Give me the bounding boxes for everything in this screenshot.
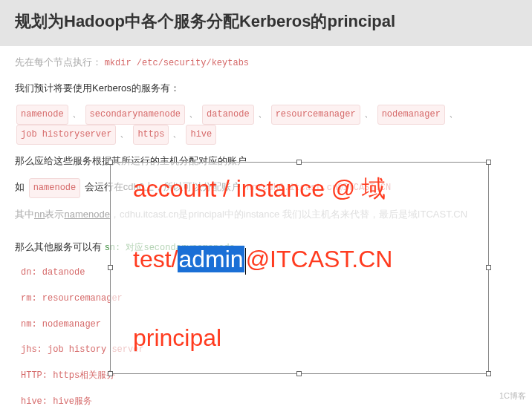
resize-handle[interactable]	[108, 371, 113, 376]
services-intro: 我们预计将要使用Kerberos的服务有：	[15, 79, 517, 98]
annotation-overlay[interactable]: account / instance @ 域 test/admin@ITCAST…	[110, 162, 489, 374]
mkdir-pre: 先在每个节点执行：	[15, 56, 102, 68]
resize-handle[interactable]	[296, 371, 302, 376]
service-tag: nodemanager	[377, 105, 445, 125]
separator: 、	[120, 128, 129, 139]
page-header: 规划为Hadoop中各个服务分配Kerberos的principal	[0, 0, 532, 46]
overlay-selection: admin	[178, 246, 244, 272]
resize-handle[interactable]	[486, 265, 491, 270]
separator: 、	[72, 108, 82, 119]
service-tag: secondarynamenode	[85, 105, 185, 125]
overlay-pre: test/	[133, 246, 178, 272]
resize-handle[interactable]	[108, 265, 113, 270]
mkdir-cmd: mkdir /etc/security/keytabs	[105, 58, 249, 68]
resize-handle[interactable]	[486, 371, 491, 376]
overlay-post: @ITCAST.CN	[246, 246, 393, 272]
overlay-line-3[interactable]: principal	[133, 324, 221, 352]
other-pre: 那么其他服务可以有	[15, 241, 102, 252]
overlay-line-1[interactable]: account / instance @ 域	[133, 173, 386, 206]
resize-handle[interactable]	[296, 160, 302, 165]
eg-pre: 如	[15, 181, 25, 192]
separator: 、	[172, 128, 182, 139]
service-tag: hive	[186, 125, 216, 145]
eg-service: namenode	[29, 178, 81, 198]
service-tag: namenode	[16, 105, 68, 125]
service-tag: job historyserver	[16, 125, 116, 145]
service-tag: datanode	[202, 105, 254, 125]
separator: 、	[258, 108, 267, 119]
service-tag: https	[133, 125, 169, 145]
resize-handle[interactable]	[486, 160, 491, 165]
resize-handle[interactable]	[108, 160, 113, 165]
service-tag: resourcemanager	[271, 105, 360, 125]
services-list: namenode、secondarynamenode、datanode、reso…	[15, 105, 517, 145]
separator: 、	[189, 108, 198, 119]
page-title: 规划为Hadoop中各个服务分配Kerberos的principal	[15, 10, 517, 33]
separator: 、	[364, 108, 374, 119]
watermark: 1C博客	[499, 390, 526, 402]
mkdir-line: 先在每个节点执行： mkdir /etc/security/keytabs	[15, 53, 517, 72]
overlay-line-2[interactable]: test/admin@ITCAST.CN	[133, 246, 392, 275]
separator: 、	[449, 108, 458, 119]
mapping-row: hive: hive服务	[21, 393, 517, 406]
